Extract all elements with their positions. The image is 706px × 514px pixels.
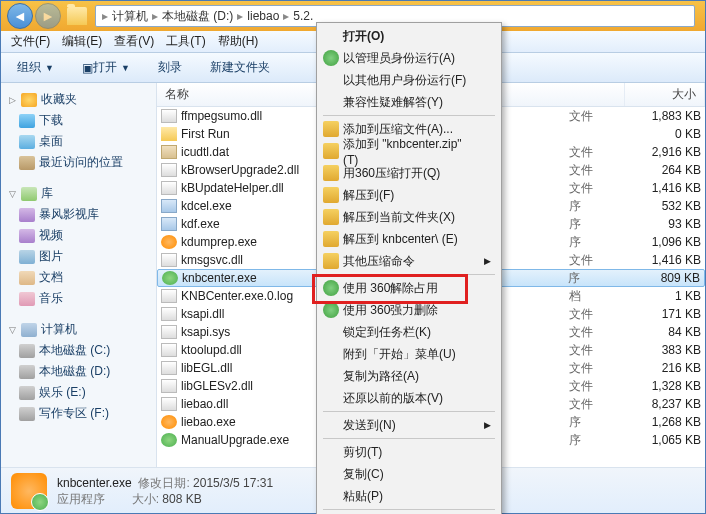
file-name: knbcenter.exe: [182, 271, 332, 285]
sidebar-item[interactable]: 图片: [1, 246, 156, 267]
menu-item[interactable]: 解压到当前文件夹(X): [319, 206, 499, 228]
menu-item[interactable]: 剪切(T): [319, 441, 499, 463]
file-type: 文件: [569, 378, 629, 395]
file-type: 序: [569, 216, 629, 233]
menu-label: 锁定到任务栏(K): [343, 324, 431, 341]
sidebar-item[interactable]: 暴风影视库: [1, 204, 156, 225]
sidebar-libraries[interactable]: ▽库: [1, 183, 156, 204]
menu-item[interactable]: 以其他用户身份运行(F): [319, 69, 499, 91]
crumb[interactable]: liebao: [245, 9, 281, 23]
menu-item[interactable]: 粘贴(P): [319, 485, 499, 507]
file-size: 8,237 KB: [629, 397, 701, 411]
file-type: 序: [569, 432, 629, 449]
file-icon: [162, 271, 178, 285]
menu-label: 复制为路径(A): [343, 368, 419, 385]
menu-icon: [323, 121, 339, 137]
file-type: 序: [569, 234, 629, 251]
menu-label: 发送到(N): [343, 417, 396, 434]
menu-item[interactable]: 用360压缩打开(Q): [319, 162, 499, 184]
sidebar-item[interactable]: 文档: [1, 267, 156, 288]
sidebar-item[interactable]: 视频: [1, 225, 156, 246]
menu-icon: [323, 253, 339, 269]
menu-item[interactable]: 兼容性疑难解答(Y): [319, 91, 499, 113]
sidebar-drive-d[interactable]: 本地磁盘 (D:): [1, 361, 156, 382]
file-size: 264 KB: [629, 163, 701, 177]
file-name: kBUpdateHelper.dll: [181, 181, 331, 195]
open-button[interactable]: ▣ 打开▼: [72, 56, 140, 79]
menu-item[interactable]: 使用 360解除占用: [319, 277, 499, 299]
file-icon: [161, 343, 177, 357]
crumb[interactable]: 5.2.: [291, 9, 315, 23]
file-size: 1,065 KB: [629, 433, 701, 447]
menu-label: 打开(O): [343, 28, 384, 45]
status-app-icon: [11, 473, 47, 509]
file-type: 文件: [569, 108, 629, 125]
sidebar-downloads[interactable]: 下载: [1, 110, 156, 131]
menu-tools[interactable]: 工具(T): [160, 31, 211, 52]
file-name: liebao.exe: [181, 415, 331, 429]
organize-button[interactable]: 组织▼: [7, 56, 64, 79]
col-size[interactable]: 大小: [625, 83, 705, 106]
menu-icon: [323, 280, 339, 296]
sidebar-item[interactable]: 音乐: [1, 288, 156, 309]
sidebar-favorites[interactable]: ▷收藏夹: [1, 89, 156, 110]
menu-item[interactable]: 以管理员身份运行(A): [319, 47, 499, 69]
crumb[interactable]: 本地磁盘 (D:): [160, 8, 235, 25]
file-icon: [161, 397, 177, 411]
sidebar-computer[interactable]: ▽计算机: [1, 319, 156, 340]
file-size: 1,096 KB: [629, 235, 701, 249]
menu-file[interactable]: 文件(F): [5, 31, 56, 52]
crumb[interactable]: 计算机: [110, 8, 150, 25]
file-icon: [161, 361, 177, 375]
sidebar-drive-e[interactable]: 娱乐 (E:): [1, 382, 156, 403]
menu-item[interactable]: 添加到 "knbcenter.zip" (T): [319, 140, 499, 162]
menu-icon: [323, 302, 339, 318]
menu-edit[interactable]: 编辑(E): [56, 31, 108, 52]
nav-forward[interactable]: ►: [35, 3, 61, 29]
file-icon: [161, 307, 177, 321]
menu-item[interactable]: 复制为路径(A): [319, 365, 499, 387]
context-menu: 打开(O)以管理员身份运行(A)以其他用户身份运行(F)兼容性疑难解答(Y)添加…: [316, 22, 502, 514]
menu-help[interactable]: 帮助(H): [212, 31, 265, 52]
file-name: First Run: [181, 127, 331, 141]
sidebar-desktop[interactable]: 桌面: [1, 131, 156, 152]
sidebar-recent[interactable]: 最近访问的位置: [1, 152, 156, 173]
menu-item[interactable]: 还原以前的版本(V): [319, 387, 499, 409]
file-size: 171 KB: [629, 307, 701, 321]
file-size: 809 KB: [628, 271, 700, 285]
menu-item[interactable]: 使用 360强力删除: [319, 299, 499, 321]
sidebar-drive-f[interactable]: 写作专区 (F:): [1, 403, 156, 424]
file-icon: [161, 325, 177, 339]
burn-button[interactable]: 刻录: [148, 56, 192, 79]
file-type: 序: [569, 414, 629, 431]
file-name: kBrowserUpgrade2.dll: [181, 163, 331, 177]
file-size: 84 KB: [629, 325, 701, 339]
file-icon: [161, 379, 177, 393]
menu-item[interactable]: 发送到(N)▶: [319, 414, 499, 436]
file-type: 文件: [569, 342, 629, 359]
file-icon: [161, 199, 177, 213]
col-name[interactable]: 名称: [157, 83, 323, 106]
file-name: kdf.exe: [181, 217, 331, 231]
menu-item[interactable]: 其他压缩命令▶: [319, 250, 499, 272]
menu-item[interactable]: 复制(C): [319, 463, 499, 485]
file-name: kdcel.exe: [181, 199, 331, 213]
menu-item[interactable]: 解压到 knbcenter\ (E): [319, 228, 499, 250]
menu-item[interactable]: 附到「开始」菜单(U): [319, 343, 499, 365]
menu-label: 解压到 knbcenter\ (E): [343, 231, 458, 248]
file-size: 1,416 KB: [629, 181, 701, 195]
file-name: kdumprep.exe: [181, 235, 331, 249]
nav-back[interactable]: ◄: [7, 3, 33, 29]
menu-item[interactable]: 打开(O): [319, 25, 499, 47]
file-type: 文件: [569, 306, 629, 323]
menu-view[interactable]: 查看(V): [108, 31, 160, 52]
file-icon: [161, 145, 177, 159]
sidebar-drive-c[interactable]: 本地磁盘 (C:): [1, 340, 156, 361]
newfolder-button[interactable]: 新建文件夹: [200, 56, 280, 79]
menu-item[interactable]: 锁定到任务栏(K): [319, 321, 499, 343]
file-type: 档: [569, 288, 629, 305]
file-type: 序: [568, 270, 628, 287]
file-type: 文件: [569, 360, 629, 377]
menu-label: 以其他用户身份运行(F): [343, 72, 466, 89]
menu-item[interactable]: 解压到(F): [319, 184, 499, 206]
